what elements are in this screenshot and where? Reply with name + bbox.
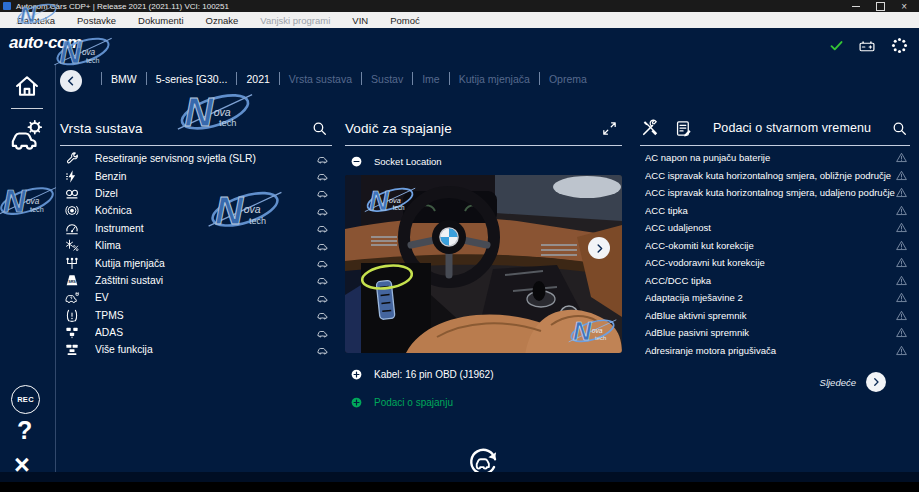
- menu-item[interactable]: Vanjski programi: [249, 15, 341, 26]
- warning-triangle-icon: [895, 221, 908, 234]
- plus-circle-icon: [350, 368, 363, 381]
- live-data-item[interactable]: ACC-vodoravni kut korekcije: [640, 254, 910, 272]
- sidebar-divider: [11, 108, 43, 109]
- live-data-item[interactable]: ACC-okomiti kut korekcije: [640, 237, 910, 255]
- car-icon: [315, 187, 331, 199]
- car-icon: [315, 309, 331, 321]
- menu-item[interactable]: Pomoć: [379, 15, 431, 26]
- system-list-item[interactable]: TPMS: [60, 307, 332, 324]
- warning-triangle-icon: [895, 151, 908, 164]
- help-button[interactable]: ?: [17, 416, 32, 445]
- system-list-item[interactable]: Kutija mjenjača: [60, 254, 332, 271]
- system-list-item[interactable]: Dizel: [60, 185, 332, 202]
- breadcrumb-item[interactable]: BMW: [92, 72, 137, 85]
- car-icon: [315, 274, 331, 286]
- maximize-icon[interactable]: [876, 2, 885, 11]
- menu-item[interactable]: Oznake: [195, 15, 250, 26]
- system-list-item[interactable]: Benzin: [60, 167, 332, 184]
- abs-icon: [63, 203, 81, 218]
- socket-location-toggle[interactable]: Socket Location: [345, 150, 622, 172]
- expand-icon[interactable]: [601, 120, 618, 137]
- warning-triangle-icon: [895, 326, 908, 339]
- next-page-button[interactable]: [866, 372, 886, 392]
- live-data-item[interactable]: Adresiranje motora prigušivača: [640, 342, 910, 360]
- window-titlebar: Autocom Cars CDP+ | Release 2021 (2021.1…: [0, 0, 919, 12]
- system-list-item[interactable]: Klima: [60, 237, 332, 254]
- system-list-item[interactable]: ADAS: [60, 324, 332, 341]
- chevron-right-icon: [870, 376, 882, 388]
- search-icon[interactable]: [891, 120, 908, 137]
- live-data-item[interactable]: ACC tipka: [640, 202, 910, 220]
- system-list-item[interactable]: Instrument: [60, 220, 332, 237]
- home-icon[interactable]: [13, 72, 41, 100]
- menu-bar: Datoteka Postavke Dokumenti Oznake Vanjs…: [0, 12, 919, 28]
- vci-battery-icon[interactable]: [857, 37, 877, 55]
- system-list-item[interactable]: Zaštitni sustavi: [60, 272, 332, 289]
- live-data-item[interactable]: AdBlue pasivni spremnik: [640, 324, 910, 342]
- report-icon[interactable]: [674, 119, 693, 138]
- injector-icon: [63, 169, 81, 184]
- back-button[interactable]: [60, 70, 82, 92]
- breadcrumb-item[interactable]: Ime: [403, 72, 440, 85]
- autocom-logo: auto·com: [9, 33, 82, 53]
- menu-item[interactable]: Datoteka: [6, 15, 66, 26]
- breadcrumb-item[interactable]: Sustav: [352, 72, 403, 85]
- window-title: Autocom Cars CDP+ | Release 2021 (2021.1…: [16, 2, 229, 11]
- cable-toggle[interactable]: Kabel: 16 pin OBD (J1962): [345, 364, 622, 384]
- srs-icon: [63, 273, 81, 288]
- system-list-item[interactable]: Kočnica: [60, 202, 332, 219]
- breadcrumb-item[interactable]: 2021: [227, 72, 269, 85]
- live-data-item[interactable]: Adaptacija mješavine 2: [640, 289, 910, 307]
- car-icon: [315, 257, 331, 269]
- minimize-icon[interactable]: [852, 6, 860, 7]
- gauge-icon: [63, 221, 81, 236]
- live-data-item[interactable]: ACC ispravak kuta horizontalnog smjera, …: [640, 184, 910, 202]
- wrench-icon: [63, 151, 81, 166]
- warning-triangle-icon: [895, 186, 908, 199]
- warning-triangle-icon: [895, 274, 908, 287]
- live-data-item[interactable]: AdBlue aktivni spremnik: [640, 307, 910, 325]
- systems-panel-title: Vrsta sustava: [60, 121, 143, 136]
- search-icon[interactable]: [311, 120, 328, 137]
- car-diagnostics-icon[interactable]: [9, 118, 45, 152]
- adas-icon: [63, 325, 81, 340]
- live-data-item[interactable]: AC napon na punjaču baterije: [640, 149, 910, 167]
- breadcrumb-item[interactable]: Oprema: [530, 72, 587, 85]
- next-image-button[interactable]: [588, 237, 610, 259]
- plus-circle-icon: [350, 396, 363, 409]
- menu-item[interactable]: VIN: [341, 15, 379, 26]
- warning-triangle-icon: [895, 256, 908, 269]
- shifter-icon: [63, 256, 81, 271]
- live-data-item[interactable]: ACC udaljenost: [640, 219, 910, 237]
- connection-data-link[interactable]: Podaci o spajanju: [345, 392, 622, 412]
- breadcrumb: BMW 5-series [G30... 2021 Vrsta sustava …: [92, 72, 587, 85]
- socket-location-photo: [345, 175, 622, 353]
- menu-item[interactable]: Dokumenti: [127, 15, 194, 26]
- more-icon: [63, 342, 81, 357]
- live-data-item[interactable]: ACC/DCC tipka: [640, 272, 910, 290]
- minus-circle-icon: [350, 155, 363, 168]
- live-data-item[interactable]: ACC ispravak kuta horizontalnog smjera, …: [640, 167, 910, 185]
- car-icon: [315, 153, 331, 165]
- tools-icon[interactable]: [640, 118, 660, 138]
- next-label: Sljedeće: [820, 377, 856, 388]
- tpms-icon: [63, 308, 81, 323]
- ev-icon: [63, 290, 81, 305]
- close-icon[interactable]: ×: [901, 3, 907, 10]
- menu-item[interactable]: Postavke: [66, 15, 127, 26]
- system-list-item[interactable]: Više funkcija: [60, 341, 332, 358]
- guide-panel-title: Vodič za spajanje: [345, 121, 452, 136]
- car-icon: [315, 240, 331, 252]
- spinner-dots-icon[interactable]: [890, 36, 909, 55]
- glowplug-icon: [63, 186, 81, 201]
- warning-triangle-icon: [895, 239, 908, 252]
- breadcrumb-item[interactable]: 5-series [G30...: [137, 72, 228, 85]
- car-icon: [315, 344, 331, 356]
- system-list-item[interactable]: Resetiranje servisnog svjetla (SLR): [60, 150, 332, 167]
- breadcrumb-item[interactable]: Kutija mjenjača: [440, 72, 530, 85]
- app-icon: [3, 2, 11, 10]
- rec-button[interactable]: REC: [11, 385, 40, 414]
- breadcrumb-item[interactable]: Vrsta sustava: [270, 72, 352, 85]
- systems-panel: Vrsta sustava Resetiranje servisnog svje…: [60, 114, 332, 359]
- system-list-item[interactable]: EV: [60, 289, 332, 306]
